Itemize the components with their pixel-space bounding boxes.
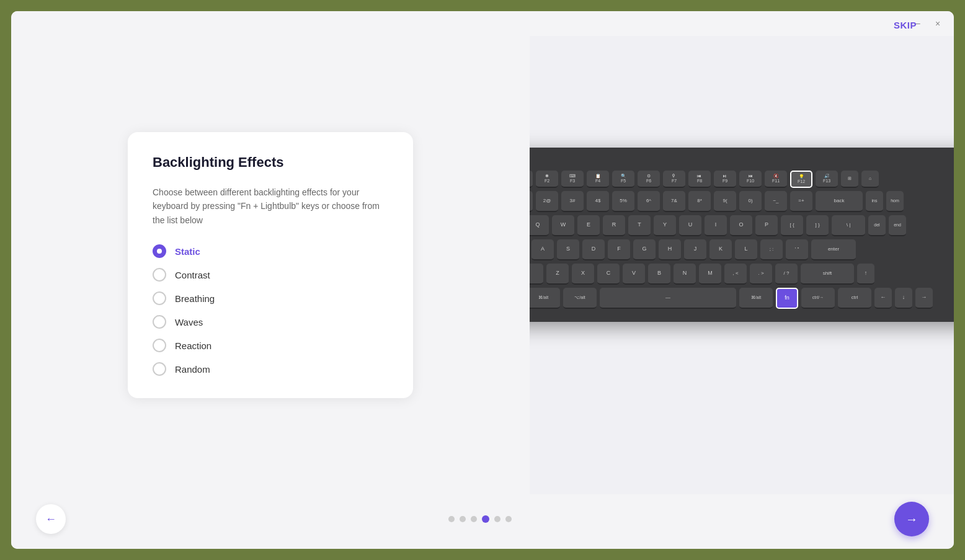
key-f7: 🎙F7 [663, 171, 685, 188]
key-2: 2@ [536, 191, 558, 212]
option-random[interactable]: Random [153, 362, 388, 376]
back-icon: ← [45, 513, 56, 526]
key-i: I [705, 215, 727, 236]
key-arrow-right: → [915, 288, 933, 309]
key-d: D [582, 239, 605, 260]
key-shift-r: shift [801, 264, 854, 285]
key-arrow-down: ↓ [895, 288, 912, 309]
key-f11: 🔇F11 [765, 171, 787, 188]
key-ins: ins [866, 191, 883, 212]
option-breathing[interactable]: Breathing [153, 291, 388, 305]
radio-breathing [153, 291, 166, 305]
dot-5 [494, 516, 500, 522]
dot-6 [505, 516, 512, 522]
key-quote: ' " [786, 239, 808, 260]
right-panel: logi esc ☀F1 ✱F2 ⌨F3 📋F4 🔍F5 ⚙F6 🎙F7 ⏮F8… [530, 36, 954, 494]
key-6: 6^ [638, 191, 660, 212]
key-f3: ⌨F3 [561, 171, 584, 188]
option-reaction[interactable]: Reaction [153, 339, 388, 352]
dot-2 [460, 516, 466, 522]
key-7: 7& [663, 191, 685, 212]
dot-4-active [482, 515, 489, 523]
key-f5: 🔍F5 [612, 171, 634, 188]
key-5: 5% [612, 191, 634, 212]
radio-static [153, 244, 166, 258]
option-contrast[interactable]: Contrast [153, 268, 388, 282]
key-f1: ☀F1 [530, 171, 533, 188]
key-f14: ⊞ [841, 171, 858, 188]
radio-random [153, 362, 166, 376]
key-shift-l: shift [530, 264, 543, 285]
key-slash: / ? [775, 264, 798, 285]
key-equals: =+ [790, 191, 812, 212]
key-f15: ⌂ [861, 171, 879, 188]
key-w: W [552, 215, 574, 236]
key-period: . > [750, 264, 772, 285]
window-controls: − × [912, 17, 944, 30]
key-home: hom [886, 191, 904, 212]
minimize-button[interactable]: − [912, 17, 924, 30]
effects-card: Backlighting Effects Choose between diff… [128, 132, 413, 398]
key-a: A [531, 239, 554, 260]
back-button[interactable]: ← [36, 504, 66, 534]
radio-inner-static [157, 249, 162, 254]
pagination-dots [448, 515, 512, 523]
title-bar: SKIP − × [11, 11, 954, 36]
key-c: C [597, 264, 620, 285]
key-f12: 💡F12 [790, 171, 812, 188]
key-f4: 📋F4 [587, 171, 609, 188]
key-bracket-l: [ { [781, 215, 803, 236]
key-y: Y [654, 215, 676, 236]
key-x: X [572, 264, 594, 285]
key-t: T [628, 215, 651, 236]
key-f2: ✱F2 [536, 171, 558, 188]
key-f10: ⏭F10 [739, 171, 762, 188]
key-semicolon: ; : [760, 239, 783, 260]
option-static[interactable]: Static [153, 244, 388, 258]
key-comma: , < [724, 264, 747, 285]
key-ctrl-r: ctrl/→ [801, 288, 835, 309]
card-description: Choose between different backlighting ef… [153, 185, 388, 227]
key-fn: fn [776, 288, 798, 309]
option-label-random: Random [175, 364, 210, 375]
key-arrow-up: ↑ [857, 264, 874, 285]
option-label-contrast: Contrast [175, 270, 210, 280]
option-label-breathing: Breathing [175, 293, 215, 304]
key-ctrl-r2: ctrl [838, 288, 871, 309]
close-button[interactable]: × [932, 17, 944, 30]
key-meta-r: ⌘/alt [739, 288, 773, 309]
key-g: G [633, 239, 656, 260]
key-j: J [684, 239, 706, 260]
app-window: SKIP − × Backlighting Effects Choose bet… [11, 11, 954, 549]
key-9: 9( [714, 191, 736, 212]
key-h: H [659, 239, 681, 260]
radio-waves [153, 315, 166, 329]
key-f8: ⏮F8 [688, 171, 711, 188]
next-button[interactable]: → [894, 502, 929, 536]
key-f: F [608, 239, 630, 260]
next-icon: → [905, 512, 918, 527]
key-s: S [557, 239, 579, 260]
keyboard-body: logi esc ☀F1 ✱F2 ⌨F3 📋F4 🔍F5 ⚙F6 🎙F7 ⏮F8… [530, 148, 954, 322]
key-e: E [577, 215, 600, 236]
key-8: 8* [688, 191, 711, 212]
key-l: L [735, 239, 757, 260]
key-f13: 🔊F13 [816, 171, 838, 188]
key-enter: enter [811, 239, 856, 260]
option-label-static: Static [175, 246, 200, 257]
key-backspace: back [816, 191, 863, 212]
key-z: Z [546, 264, 569, 285]
radio-reaction [153, 339, 166, 352]
key-u: U [679, 215, 701, 236]
bottom-bar: ← → [11, 494, 954, 549]
option-label-waves: Waves [175, 317, 203, 327]
keyboard-brand: logi [530, 156, 954, 166]
dot-1 [448, 516, 455, 522]
option-label-reaction: Reaction [175, 340, 211, 351]
key-minus: −_ [765, 191, 787, 212]
option-waves[interactable]: Waves [153, 315, 388, 329]
key-n: N [674, 264, 696, 285]
key-meta-l: ⌘/alt [530, 288, 560, 309]
radio-contrast [153, 268, 166, 282]
key-r: R [603, 215, 625, 236]
